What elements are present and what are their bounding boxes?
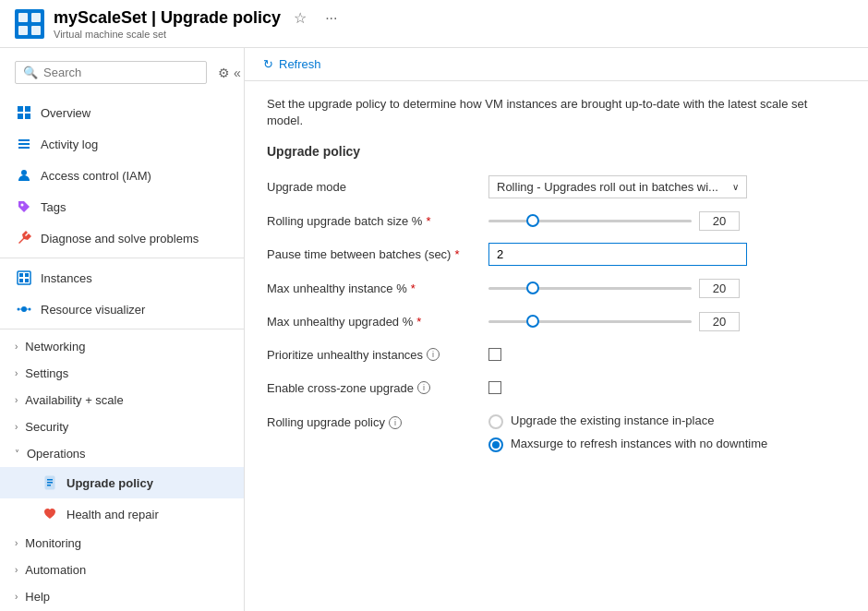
pause-time-control: 2: [488, 243, 846, 266]
svg-rect-27: [47, 485, 51, 486]
content-toolbar: ↻ Refresh: [245, 48, 868, 81]
sidebar-item-label: Help: [25, 590, 50, 604]
svg-rect-3: [18, 26, 28, 35]
svg-rect-16: [25, 273, 29, 277]
required-marker: *: [411, 282, 416, 295]
sidebar-item-label: Availability + scale: [25, 393, 123, 407]
chevron-right-icon: ›: [15, 538, 18, 548]
sidebar-item-label: Automation: [25, 563, 86, 577]
svg-rect-18: [25, 279, 29, 282]
sidebar-item-upgrade-policy[interactable]: Upgrade policy: [0, 467, 244, 498]
batch-size-slider[interactable]: [488, 220, 692, 222]
cross-zone-checkbox[interactable]: [488, 381, 501, 394]
sidebar-item-overview[interactable]: Overview: [0, 97, 244, 128]
max-unhealthy-upgraded-slider[interactable]: [488, 320, 692, 323]
info-icon[interactable]: i: [389, 416, 402, 429]
chevron-right-icon: ›: [15, 565, 18, 575]
chevron-right-icon: ›: [15, 395, 18, 405]
cross-zone-control: [488, 381, 846, 394]
prioritize-unhealthy-checkbox[interactable]: [488, 348, 501, 361]
svg-rect-10: [18, 143, 30, 145]
sidebar-item-label: Access control (IAM): [41, 169, 151, 183]
sidebar-item-help[interactable]: › Help: [0, 583, 244, 610]
heart-icon: [41, 505, 59, 523]
max-unhealthy-upgraded-control: 20: [488, 312, 846, 331]
batch-size-label: Rolling upgrade batch size % *: [267, 214, 488, 228]
max-unhealthy-upgraded-label: Max unhealthy upgraded % *: [267, 315, 488, 329]
sidebar-item-automation[interactable]: › Automation: [0, 557, 244, 583]
sidebar-item-tags[interactable]: Tags: [0, 191, 244, 222]
sidebar-item-resource-visualizer[interactable]: Resource visualizer: [0, 294, 244, 325]
radio-item-in-place[interactable]: Upgrade the existing instance in-place: [488, 413, 767, 429]
sidebar-item-label: Tags: [41, 200, 66, 214]
sidebar-item-diagnose[interactable]: Diagnose and solve problems: [0, 222, 244, 254]
search-box[interactable]: 🔍: [15, 61, 207, 84]
favorite-button[interactable]: ☆: [288, 7, 312, 29]
max-unhealthy-control: 20: [488, 279, 846, 298]
sidebar-item-health-repair[interactable]: Health and repair: [0, 498, 244, 530]
sidebar-item-networking[interactable]: › Networking: [0, 333, 244, 360]
collapse-button[interactable]: «: [234, 66, 241, 80]
max-unhealthy-upgraded-row: Max unhealthy upgraded % * 20: [267, 305, 846, 338]
content-area: ↻ Refresh Set the upgrade policy to dete…: [245, 48, 868, 611]
sidebar-item-instances[interactable]: Instances: [0, 262, 244, 294]
refresh-button[interactable]: ↻ Refresh: [263, 57, 321, 71]
svg-rect-25: [47, 479, 53, 481]
radio-circle-selected: [488, 437, 503, 452]
batch-size-control: 20: [488, 211, 846, 231]
svg-rect-9: [18, 139, 30, 141]
info-icon[interactable]: i: [417, 381, 430, 394]
doc-icon: [41, 473, 59, 492]
sidebar-item-security[interactable]: › Security: [0, 413, 244, 440]
prioritize-unhealthy-row: Prioritize unhealthy instances i: [267, 338, 846, 371]
sidebar-item-operations[interactable]: ˅ Operations: [0, 440, 244, 467]
svg-rect-1: [18, 13, 28, 22]
list-icon: [15, 135, 33, 153]
person-icon: [15, 166, 33, 185]
cross-zone-label: Enable cross-zone upgrade i: [267, 381, 488, 395]
info-icon[interactable]: i: [427, 348, 440, 361]
svg-rect-11: [18, 147, 30, 149]
pause-time-input[interactable]: 2: [488, 243, 747, 266]
filter-button[interactable]: ⚙: [218, 66, 230, 80]
sidebar-item-monitoring[interactable]: › Monitoring: [0, 530, 244, 557]
radio-label: Maxsurge to refresh instances with no do…: [511, 437, 767, 452]
search-input[interactable]: [43, 66, 199, 79]
app-icon: [15, 9, 44, 39]
upgrade-mode-label: Upgrade mode: [267, 180, 488, 194]
sidebar-item-label: Diagnose and solve problems: [41, 232, 199, 246]
chevron-right-icon: ›: [15, 341, 18, 352]
max-unhealthy-slider[interactable]: [488, 287, 692, 290]
search-icon: 🔍: [23, 66, 38, 79]
sidebar-item-settings[interactable]: › Settings: [0, 360, 244, 387]
svg-rect-8: [25, 114, 30, 119]
more-button[interactable]: ···: [319, 8, 343, 29]
chevron-down-icon: ∨: [732, 182, 739, 192]
dropdown-text: Rolling - Upgrades roll out in batches w…: [497, 180, 718, 194]
title-text: myScaleSet | Upgrade policy: [54, 8, 281, 28]
sidebar-item-availability-scale[interactable]: › Availability + scale: [0, 387, 244, 413]
sidebar-item-label: Resource visualizer: [41, 303, 145, 317]
max-unhealthy-value: 20: [699, 279, 740, 298]
sidebar-item-label: Activity log: [41, 138, 98, 151]
svg-rect-7: [18, 114, 23, 119]
radio-circle: [488, 414, 503, 429]
chevron-right-icon: ›: [15, 368, 18, 378]
content-body: Set the upgrade policy to determine how …: [245, 81, 868, 473]
svg-rect-15: [19, 273, 23, 277]
sidebar-item-access-control[interactable]: Access control (IAM): [0, 160, 244, 191]
refresh-label: Refresh: [279, 57, 321, 71]
max-unhealthy-upgraded-value: 20: [699, 312, 740, 331]
page-subtitle: Virtual machine scale set: [54, 29, 343, 40]
radio-item-maxsurge[interactable]: Maxsurge to refresh instances with no do…: [488, 437, 767, 452]
viz-icon: [15, 300, 33, 318]
rolling-upgrade-policy-row: Rolling upgrade policy i Upgrade the exi…: [267, 404, 846, 458]
sidebar-item-activity-log[interactable]: Activity log: [0, 128, 244, 160]
sidebar-item-label: Health and repair: [66, 508, 159, 521]
svg-point-19: [21, 306, 27, 312]
sidebar-item-label: Settings: [25, 366, 68, 380]
upgrade-mode-dropdown[interactable]: Rolling - Upgrades roll out in batches w…: [488, 175, 747, 198]
upgrade-mode-row: Upgrade mode Rolling - Upgrades roll out…: [267, 170, 846, 204]
wrench-icon: [15, 229, 33, 247]
svg-rect-17: [19, 279, 23, 282]
